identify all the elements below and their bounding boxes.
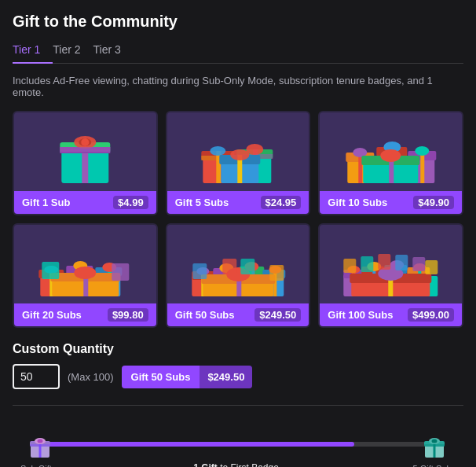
gift-footer-3: Gift 10 Subs $49.90 — [320, 191, 462, 214]
svg-point-37 — [381, 149, 401, 162]
svg-rect-102 — [361, 256, 374, 272]
gift-options-grid: Gift 1 Sub $4.99 — [13, 111, 463, 328]
gift-label-6: Gift 100 Subs — [328, 309, 393, 321]
gift-image-1 — [14, 112, 156, 191]
svg-rect-104 — [396, 255, 408, 270]
gift-option-3[interactable]: Gift 10 Subs $49.90 — [318, 111, 463, 215]
progress-middle-text: 1 Gift to First Badge — [193, 462, 279, 467]
section-divider — [13, 405, 463, 406]
svg-rect-116 — [424, 444, 445, 447]
tab-tier1[interactable]: Tier 1 — [13, 39, 53, 64]
custom-gift-button-price: $249.50 — [200, 366, 252, 388]
svg-rect-106 — [426, 260, 438, 274]
gift-footer-2: Gift 5 Subs $24.95 — [167, 191, 309, 214]
progress-icon-end — [420, 432, 449, 461]
gift-image-3 — [320, 112, 462, 191]
gift-footer-1: Gift 1 Sub $4.99 — [14, 191, 156, 214]
progress-start-label: Sub Gifter — [20, 464, 60, 467]
tier-tabs: Tier 1 Tier 2 Tier 3 — [13, 39, 463, 64]
svg-point-118 — [431, 439, 437, 443]
page-title: Gift to the Community — [13, 13, 463, 31]
gift-image-6 — [320, 225, 462, 303]
gift-option-2[interactable]: Gift 5 Subs $24.95 — [166, 111, 311, 215]
gift-price-3: $49.90 — [413, 196, 454, 209]
gift-label-4: Gift 20 Subs — [22, 309, 82, 321]
gift-footer-5: Gift 50 Subs $249.50 — [167, 303, 309, 326]
svg-rect-105 — [413, 257, 426, 271]
gift-image-5 — [167, 225, 309, 303]
svg-rect-101 — [344, 259, 357, 273]
gift-label-1: Gift 1 Sub — [22, 197, 70, 208]
tab-tier3[interactable]: Tier 3 — [93, 39, 134, 64]
quantity-input[interactable] — [13, 364, 60, 389]
custom-quantity-row: (Max 100) Gift 50 Subs $249.50 — [13, 364, 463, 389]
gift-option-4[interactable]: Gift 20 Subs $99.80 — [13, 223, 158, 328]
gift-image-2 — [167, 112, 309, 191]
svg-rect-55 — [112, 263, 129, 281]
custom-gift-button[interactable]: Gift 50 Subs $249.50 — [122, 366, 253, 388]
svg-rect-77 — [269, 265, 284, 281]
gift-price-1: $4.99 — [113, 196, 148, 209]
progress-icon-start — [26, 432, 54, 461]
tier-description: Includes Ad-Free viewing, chatting durin… — [13, 75, 463, 98]
gift-option-5[interactable]: Gift 50 Subs $249.50 — [166, 223, 311, 328]
custom-quantity-section: Custom Quantity (Max 100) Gift 50 Subs $… — [13, 342, 463, 389]
max-label: (Max 100) — [68, 371, 114, 383]
gift-label-2: Gift 5 Subs — [175, 197, 229, 208]
progress-section: Sub Gifter 1 Gift to First Badge 5 Gift … — [13, 418, 463, 467]
svg-point-33 — [416, 146, 430, 156]
tab-tier2[interactable]: Tier 2 — [53, 39, 93, 64]
svg-point-12 — [210, 146, 225, 156]
svg-rect-54 — [42, 262, 59, 279]
custom-gift-button-label: Gift 50 Subs — [122, 366, 200, 388]
progress-end-label: 5 Gift Subs — [413, 464, 456, 467]
gift-option-1[interactable]: Gift 1 Sub $4.99 — [13, 111, 158, 215]
progress-node-start: Sub Gifter — [20, 432, 60, 467]
gift-footer-6: Gift 100 Subs $499.00 — [320, 303, 462, 326]
svg-rect-110 — [30, 444, 50, 447]
gift-price-4: $99.80 — [108, 308, 148, 322]
gift-price-2: $24.95 — [261, 196, 302, 209]
svg-rect-76 — [192, 263, 207, 279]
gift-option-6[interactable]: Gift 100 Subs $499.00 — [318, 223, 463, 328]
svg-rect-79 — [240, 259, 254, 274]
svg-point-21 — [230, 149, 249, 160]
gift-footer-4: Gift 20 Subs $99.80 — [14, 303, 156, 326]
gift-price-6: $499.00 — [408, 308, 454, 322]
svg-point-53 — [74, 267, 96, 279]
gift-price-5: $249.50 — [254, 308, 301, 322]
gift-label-5: Gift 50 Subs — [175, 309, 235, 321]
svg-rect-32 — [421, 151, 425, 183]
svg-rect-7 — [60, 147, 110, 152]
svg-rect-78 — [222, 259, 236, 274]
svg-point-112 — [37, 439, 42, 443]
svg-rect-103 — [379, 254, 391, 270]
custom-quantity-title: Custom Quantity — [13, 342, 463, 356]
progress-node-end: 5 Gift Subs — [413, 432, 456, 467]
gift-image-4 — [14, 225, 156, 303]
gift-label-3: Gift 10 Subs — [328, 197, 387, 208]
svg-point-6 — [81, 138, 89, 146]
